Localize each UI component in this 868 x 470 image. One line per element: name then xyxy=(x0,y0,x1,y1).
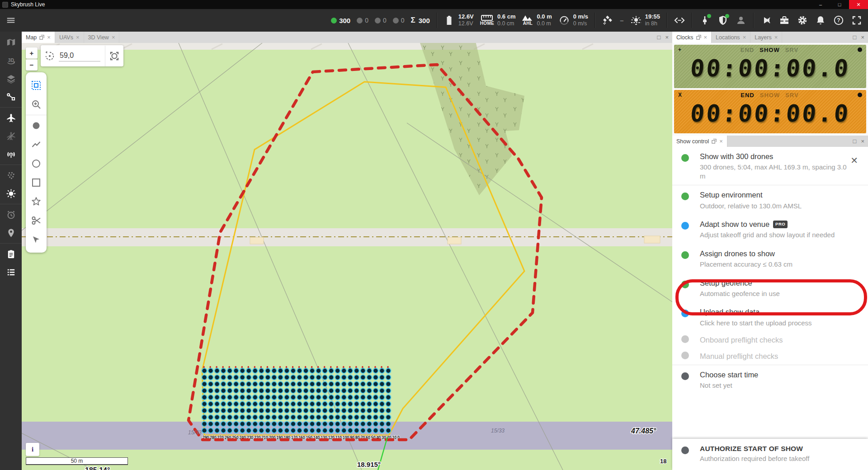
sidebar-item-features[interactable] xyxy=(0,88,22,106)
sidebar-item-map[interactable] xyxy=(0,33,22,52)
popout-icon[interactable] xyxy=(696,35,701,40)
close-icon[interactable]: × xyxy=(774,34,778,40)
broadcast-icon[interactable] xyxy=(760,14,772,26)
show-control-step[interactable]: Setup geofenceAutomatic geofence in use xyxy=(672,273,868,303)
sunset-status[interactable]: 19:55in 8h xyxy=(630,14,660,27)
draw-polygon-star-tool[interactable] xyxy=(26,192,47,211)
draw-rectangle-tool[interactable] xyxy=(26,173,47,192)
sidebar-item-view-3d[interactable]: 3D xyxy=(0,52,22,70)
swarm-icon xyxy=(6,170,16,181)
show-control-step[interactable]: Adapt show to venuePROAdjust takeoff gri… xyxy=(672,215,868,244)
close-panel-icon[interactable]: × xyxy=(861,138,864,145)
map-info-button[interactable]: i xyxy=(26,443,39,456)
tab-clocks[interactable]: Clocks × xyxy=(672,32,712,43)
status-dot xyxy=(681,281,689,288)
right-tabbar: Clocks × Locations × Layers × □ × xyxy=(672,32,868,43)
clock-status-dot xyxy=(858,93,862,97)
code-console-icon[interactable] xyxy=(674,14,685,26)
maximize-panel-icon[interactable]: □ xyxy=(853,138,857,145)
menu-button[interactable] xyxy=(5,14,17,26)
tab-show-control[interactable]: Show control × xyxy=(672,136,727,147)
maximize-panel-icon[interactable]: □ xyxy=(853,34,857,41)
sidebar-item-swarm[interactable] xyxy=(0,164,22,184)
map-icon xyxy=(6,38,16,48)
toolbox-icon[interactable] xyxy=(778,14,790,26)
authorize-start-row[interactable]: AUTHORIZE START OF SHOW Authorization re… xyxy=(672,439,868,470)
show-control-step[interactable]: Show with 300 drones300 drones, 5:04, ma… xyxy=(672,147,868,185)
draw-circle-tool[interactable] xyxy=(26,154,47,173)
show-control-step[interactable]: Onboard preflight checks xyxy=(672,332,868,348)
rotation-input[interactable]: 59,0 xyxy=(59,51,100,61)
status-dot xyxy=(681,335,689,343)
zoom-tool[interactable] xyxy=(26,95,47,114)
show-control-step[interactable]: Choose start timeNot set yet xyxy=(672,365,868,395)
sidebar-item-uavs[interactable] xyxy=(0,107,22,127)
show-control-step[interactable]: Manual preflight checks xyxy=(672,348,868,364)
show-control-tabbar: Show control × □ × xyxy=(672,136,868,147)
sunset-icon xyxy=(630,14,642,26)
close-icon[interactable]: × xyxy=(112,34,115,40)
close-button[interactable]: ✕ xyxy=(849,0,868,9)
close-icon[interactable]: × xyxy=(76,34,80,40)
fullscreen-icon[interactable] xyxy=(851,14,863,26)
close-icon[interactable]: × xyxy=(47,34,51,40)
cut-hole-tool[interactable] xyxy=(26,211,47,230)
draw-point-tool[interactable] xyxy=(26,116,47,135)
tab-locations[interactable]: Locations × xyxy=(712,32,750,43)
server-connection-icon[interactable] xyxy=(699,14,711,26)
tab-uavs[interactable]: UAVs × xyxy=(55,32,84,43)
draw-path-tool[interactable] xyxy=(26,135,47,154)
satellite-icon[interactable] xyxy=(602,14,613,26)
sidebar-item-log[interactable] xyxy=(0,263,22,281)
minimize-button[interactable]: – xyxy=(811,0,830,9)
sidebar-item-field-notes[interactable] xyxy=(0,127,22,145)
sidebar-item-show-control[interactable] xyxy=(0,243,22,263)
authorize-title: AUTHORIZE START OF SHOW xyxy=(700,445,862,453)
user-account-icon[interactable] xyxy=(735,14,747,26)
tab-3d-view[interactable]: 3D View × xyxy=(84,32,120,43)
map-canvas[interactable]: 290 280 270 260 250 240 230 220 210 200 … xyxy=(22,43,672,470)
tab-map[interactable]: Map × xyxy=(22,32,55,43)
notifications-bell-icon[interactable] xyxy=(815,14,826,26)
tab-layers[interactable]: Layers × xyxy=(750,32,782,43)
close-icon[interactable]: × xyxy=(719,138,723,144)
close-panel-icon[interactable]: × xyxy=(665,34,669,41)
maximize-panel-icon[interactable]: □ xyxy=(657,34,661,41)
popout-icon[interactable] xyxy=(712,139,717,144)
maximize-button[interactable]: □ xyxy=(830,0,849,9)
safety-shield-icon[interactable] xyxy=(717,14,729,26)
zoom-in-button[interactable]: + xyxy=(26,47,38,59)
drone-count-warning: 0 xyxy=(357,17,368,24)
skybrush-live-window: Skybrush Live – □ ✕ 300 0 0 xyxy=(0,0,868,470)
window-title: Skybrush Live xyxy=(11,1,45,8)
help-icon[interactable]: ? xyxy=(833,14,844,26)
fit-all-drones-icon[interactable] xyxy=(105,51,123,61)
uavs-icon xyxy=(6,113,16,123)
svg-text:3D: 3D xyxy=(8,57,14,62)
show-control-step[interactable]: Setup environmentOutdoor, relative to 13… xyxy=(672,185,868,215)
dismiss-step-icon[interactable]: ✕ xyxy=(850,151,862,166)
drone-count-error: 0 xyxy=(375,17,387,24)
sidebar-item-light-control[interactable] xyxy=(0,184,22,202)
close-icon[interactable]: × xyxy=(704,34,708,40)
sidebar-item-location-pin[interactable] xyxy=(0,224,22,242)
settings-gear-icon[interactable] xyxy=(797,14,808,26)
mountain-icon xyxy=(522,15,533,21)
show-control-step[interactable]: Assign drones to showPlacement accuracy … xyxy=(672,244,868,273)
zoom-out-button[interactable]: − xyxy=(26,59,38,70)
popout-icon[interactable] xyxy=(39,35,44,40)
sidebar-item-layers[interactable] xyxy=(0,70,22,88)
location-pin-icon xyxy=(6,228,16,238)
clock-id: X xyxy=(678,92,682,98)
select-tool[interactable] xyxy=(26,76,47,95)
sidebar-item-rtk-antenna[interactable] xyxy=(0,145,22,163)
sidebar-item-alarm-clock[interactable] xyxy=(0,204,22,224)
show-control-step[interactable]: Upload show dataClick here to start the … xyxy=(672,302,868,332)
close-icon[interactable]: × xyxy=(743,34,746,40)
reset-rotation-icon[interactable] xyxy=(41,51,59,61)
main-toolbar: 300 0 0 0 Σ 300 12. xyxy=(0,9,868,32)
map-tool-palette xyxy=(26,72,47,253)
edit-feature-tool[interactable] xyxy=(26,230,47,249)
gps-fix-placeholder: − xyxy=(620,17,624,24)
close-panel-icon[interactable]: × xyxy=(861,34,864,41)
